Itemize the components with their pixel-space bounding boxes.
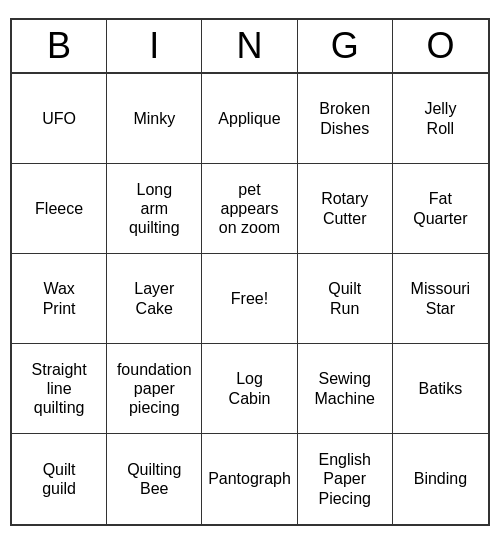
bingo-card: BINGO UFOMinkyAppliqueBrokenDishesJellyR… bbox=[10, 18, 490, 526]
cell-text: Free! bbox=[231, 289, 268, 308]
bingo-cell: foundationpaperpiecing bbox=[107, 344, 202, 434]
bingo-header: BINGO bbox=[12, 20, 488, 74]
cell-text: Batiks bbox=[419, 379, 463, 398]
cell-text: petappearson zoom bbox=[219, 180, 280, 238]
cell-text: Fleece bbox=[35, 199, 83, 218]
bingo-cell: FatQuarter bbox=[393, 164, 488, 254]
bingo-cell: Fleece bbox=[12, 164, 107, 254]
cell-text: Quiltguild bbox=[42, 460, 76, 498]
cell-text: FatQuarter bbox=[413, 189, 467, 227]
cell-text: LogCabin bbox=[229, 369, 271, 407]
cell-text: Applique bbox=[218, 109, 280, 128]
cell-text: Minky bbox=[133, 109, 175, 128]
bingo-cell: UFO bbox=[12, 74, 107, 164]
bingo-cell: QuiltingBee bbox=[107, 434, 202, 524]
cell-text: QuiltRun bbox=[328, 279, 361, 317]
bingo-cell: LayerCake bbox=[107, 254, 202, 344]
cell-text: Longarmquilting bbox=[129, 180, 180, 238]
cell-text: Binding bbox=[414, 469, 467, 488]
bingo-cell: Batiks bbox=[393, 344, 488, 434]
bingo-cell: EnglishPaperPiecing bbox=[298, 434, 393, 524]
bingo-cell: Applique bbox=[202, 74, 297, 164]
bingo-grid: UFOMinkyAppliqueBrokenDishesJellyRollFle… bbox=[12, 74, 488, 524]
bingo-cell: MissouriStar bbox=[393, 254, 488, 344]
bingo-cell: Pantograph bbox=[202, 434, 297, 524]
bingo-cell: Free! bbox=[202, 254, 297, 344]
cell-text: SewingMachine bbox=[314, 369, 374, 407]
header-letter: N bbox=[202, 20, 297, 72]
cell-text: EnglishPaperPiecing bbox=[318, 450, 370, 508]
bingo-cell: JellyRoll bbox=[393, 74, 488, 164]
cell-text: Straightlinequilting bbox=[32, 360, 87, 418]
header-letter: B bbox=[12, 20, 107, 72]
cell-text: LayerCake bbox=[134, 279, 174, 317]
header-letter: O bbox=[393, 20, 488, 72]
cell-text: QuiltingBee bbox=[127, 460, 181, 498]
cell-text: foundationpaperpiecing bbox=[117, 360, 192, 418]
cell-text: BrokenDishes bbox=[319, 99, 370, 137]
bingo-cell: LogCabin bbox=[202, 344, 297, 434]
bingo-cell: BrokenDishes bbox=[298, 74, 393, 164]
cell-text: MissouriStar bbox=[411, 279, 471, 317]
bingo-cell: QuiltRun bbox=[298, 254, 393, 344]
header-letter: I bbox=[107, 20, 202, 72]
bingo-cell: Binding bbox=[393, 434, 488, 524]
cell-text: UFO bbox=[42, 109, 76, 128]
cell-text: Pantograph bbox=[208, 469, 291, 488]
cell-text: JellyRoll bbox=[424, 99, 456, 137]
bingo-cell: Minky bbox=[107, 74, 202, 164]
cell-text: RotaryCutter bbox=[321, 189, 368, 227]
cell-text: WaxPrint bbox=[43, 279, 76, 317]
bingo-cell: Longarmquilting bbox=[107, 164, 202, 254]
bingo-cell: WaxPrint bbox=[12, 254, 107, 344]
bingo-cell: RotaryCutter bbox=[298, 164, 393, 254]
bingo-cell: SewingMachine bbox=[298, 344, 393, 434]
bingo-cell: Quiltguild bbox=[12, 434, 107, 524]
bingo-cell: Straightlinequilting bbox=[12, 344, 107, 434]
header-letter: G bbox=[298, 20, 393, 72]
bingo-cell: petappearson zoom bbox=[202, 164, 297, 254]
